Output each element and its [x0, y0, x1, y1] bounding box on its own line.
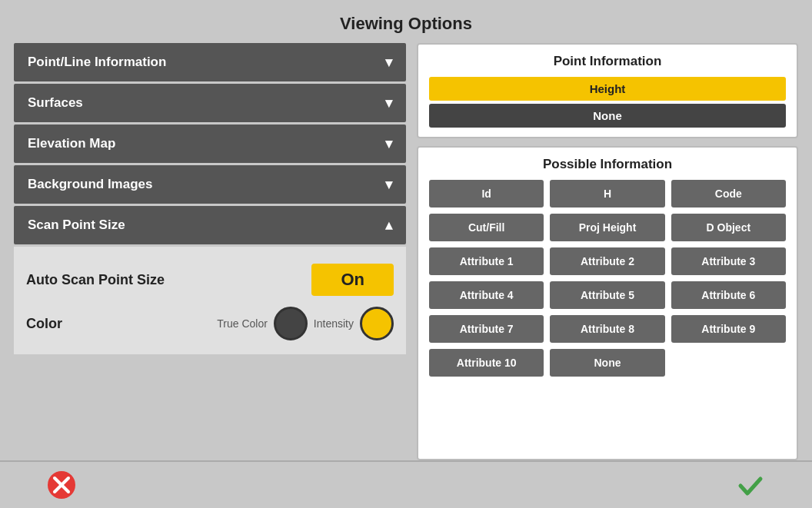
chevron-down-icon: ▾ [385, 176, 392, 193]
possible-btn-attr9[interactable]: Attribute 9 [671, 315, 786, 343]
page-title: Viewing Options [0, 0, 812, 43]
cancel-button[interactable] [46, 470, 77, 500]
auto-scan-row: Auto Scan Point Size On [26, 257, 394, 299]
chevron-down-icon: ▾ [385, 135, 392, 152]
possible-btn-attr3[interactable]: Attribute 3 [671, 247, 786, 275]
auto-scan-label: Auto Scan Point Size [26, 272, 165, 288]
true-color-label: True Color [217, 317, 268, 330]
check-icon [735, 470, 766, 500]
possible-btn-none[interactable]: None [550, 349, 664, 377]
accordion-scan-point-size[interactable]: Scan Point Size ▴ [14, 206, 406, 244]
intensity-toggle[interactable] [360, 307, 394, 340]
accordion-label: Elevation Map [28, 136, 115, 151]
point-info-none[interactable]: None [429, 104, 786, 128]
right-panel: Point Information Height None Possible I… [417, 43, 798, 460]
scan-point-size-section: Auto Scan Point Size On Color True Color… [14, 247, 406, 354]
possible-btn-projheight[interactable]: Proj Height [550, 214, 664, 241]
point-info-title: Point Information [429, 54, 786, 69]
intensity-label: Intensity [314, 317, 354, 330]
color-toggle-group: True Color Intensity [217, 307, 394, 340]
possible-btn-attr8[interactable]: Attribute 8 [550, 315, 664, 343]
possible-btn-h[interactable]: H [550, 180, 664, 208]
possible-btn-attr7[interactable]: Attribute 7 [429, 315, 544, 343]
accordion-label: Background Images [28, 177, 153, 192]
possible-info-box: Possible Information Id H Code Cut/Fill … [417, 146, 798, 460]
accordion-surfaces[interactable]: Surfaces ▾ [14, 84, 406, 122]
point-info-height[interactable]: Height [429, 77, 786, 101]
confirm-button[interactable] [735, 470, 766, 500]
point-info-box: Point Information Height None [417, 43, 798, 138]
possible-btn-attr6[interactable]: Attribute 6 [671, 281, 786, 309]
chevron-up-icon: ▴ [385, 217, 392, 234]
left-panel: Point/Line Information ▾ Surfaces ▾ Elev… [14, 43, 406, 460]
possible-btn-attr5[interactable]: Attribute 5 [550, 281, 664, 309]
possible-btn-attr4[interactable]: Attribute 4 [429, 281, 544, 309]
accordion-background-images[interactable]: Background Images ▾ [14, 165, 406, 204]
possible-btn-attr10[interactable]: Attribute 10 [429, 349, 544, 377]
chevron-down-icon: ▾ [385, 95, 392, 111]
chevron-down-icon: ▾ [385, 54, 392, 71]
point-info-items: Height None [429, 77, 786, 128]
accordion-point-line[interactable]: Point/Line Information ▾ [14, 43, 406, 81]
possible-btn-dobject[interactable]: D Object [671, 214, 786, 241]
possible-info-grid: Id H Code Cut/Fill Proj Height D Object … [429, 180, 786, 377]
possible-btn-id[interactable]: Id [429, 180, 544, 208]
possible-info-title: Possible Information [429, 157, 786, 172]
x-icon [46, 470, 77, 500]
possible-btn-attr1[interactable]: Attribute 1 [429, 247, 544, 275]
possible-btn-cutfill[interactable]: Cut/Fill [429, 214, 544, 241]
accordion-label: Surfaces [28, 95, 83, 111]
color-row: Color True Color Intensity [26, 299, 394, 344]
possible-btn-empty [671, 349, 786, 377]
accordion-elevation-map[interactable]: Elevation Map ▾ [14, 125, 406, 163]
possible-btn-attr2[interactable]: Attribute 2 [550, 247, 664, 275]
auto-scan-toggle[interactable]: On [311, 264, 394, 296]
possible-btn-code[interactable]: Code [671, 180, 786, 208]
accordion-label: Scan Point Size [28, 217, 125, 233]
color-label: Color [26, 316, 62, 332]
accordion-label: Point/Line Information [28, 55, 166, 70]
true-color-toggle[interactable] [274, 307, 308, 340]
bottom-bar [0, 460, 812, 508]
